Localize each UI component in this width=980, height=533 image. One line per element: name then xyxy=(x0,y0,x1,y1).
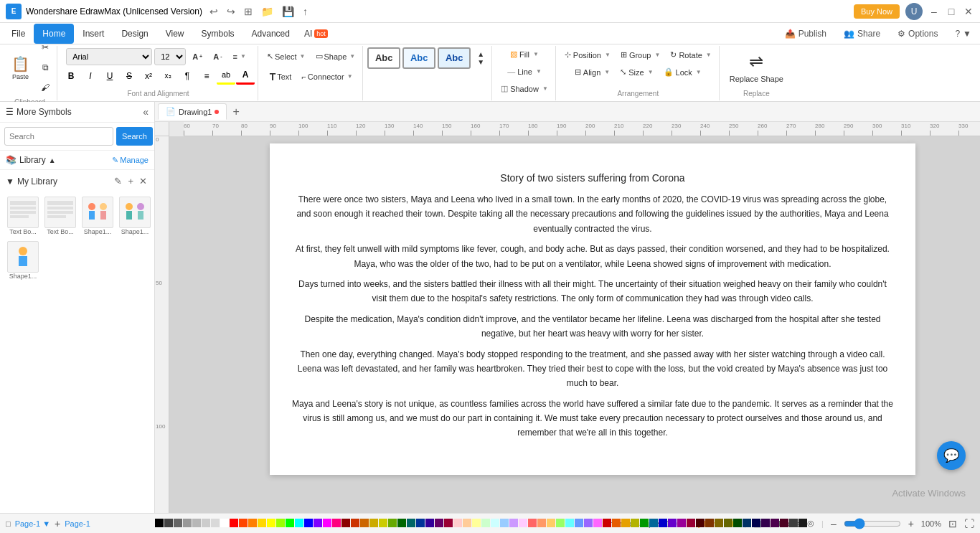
cut-button[interactable]: ✂ xyxy=(37,38,54,57)
color-cell[interactable] xyxy=(593,519,602,527)
fit-page-button[interactable]: ⊡ xyxy=(948,518,957,529)
my-library-label[interactable]: ▼ My Library xyxy=(6,176,57,187)
color-cell[interactable] xyxy=(659,519,667,527)
canvas-page[interactable]: Story of two sisters suffering from Coro… xyxy=(270,143,915,475)
color-cell[interactable] xyxy=(332,519,341,527)
color-cell[interactable] xyxy=(211,519,220,527)
superscript-button[interactable]: x² xyxy=(139,67,158,85)
options-button[interactable]: ⚙ Options xyxy=(892,26,943,42)
color-cell[interactable] xyxy=(761,519,770,527)
color-cell[interactable] xyxy=(640,519,649,527)
close-button[interactable]: ✕ xyxy=(963,6,974,17)
fullscreen-button[interactable]: ⛶ xyxy=(964,518,974,529)
color-cell[interactable] xyxy=(435,519,443,527)
text-button[interactable]: T Text xyxy=(265,67,296,86)
minimize-button[interactable]: – xyxy=(928,6,940,17)
color-cell[interactable] xyxy=(267,519,275,527)
color-cell[interactable] xyxy=(705,519,714,527)
menu-insert[interactable]: Insert xyxy=(74,24,113,44)
color-cell[interactable] xyxy=(407,519,415,527)
library-close-button[interactable]: ✕ xyxy=(138,174,149,188)
color-cell[interactable] xyxy=(314,519,322,527)
font-family-select[interactable]: Arial xyxy=(66,48,152,65)
font-align-button[interactable]: ≡ ▼ xyxy=(229,47,250,66)
size-button[interactable]: ⤡ Size ▼ xyxy=(616,65,657,80)
menu-symbols[interactable]: Symbols xyxy=(193,24,243,44)
list-item[interactable]: Shape1... xyxy=(6,240,40,281)
color-cell[interactable] xyxy=(584,519,593,527)
color-cell[interactable] xyxy=(565,519,574,527)
manage-button[interactable]: ✎ Manage xyxy=(112,156,149,165)
user-avatar[interactable]: U xyxy=(905,3,923,20)
color-cell[interactable] xyxy=(752,519,760,527)
library-label[interactable]: 📚 Library ▲ xyxy=(6,155,56,165)
color-cell[interactable] xyxy=(547,519,555,527)
color-cell[interactable] xyxy=(295,519,303,527)
color-cell[interactable] xyxy=(537,519,546,527)
copy-button[interactable]: ⧉ xyxy=(37,58,54,77)
connector-button[interactable]: ⌐ Connector ▼ xyxy=(297,67,357,86)
color-cell[interactable] xyxy=(509,519,518,527)
color-cell[interactable] xyxy=(230,519,238,527)
publish-button[interactable]: 📤 Publish xyxy=(779,26,832,42)
bold-button[interactable]: B xyxy=(62,67,80,85)
list-item[interactable]: Text Bo... xyxy=(6,195,40,237)
color-cell[interactable] xyxy=(174,519,182,527)
library-add-button[interactable]: + xyxy=(126,174,135,188)
add-page-button[interactable]: + xyxy=(55,518,60,529)
font-size-select[interactable]: 12 xyxy=(154,48,186,65)
buy-now-button[interactable]: Buy Now xyxy=(854,4,900,19)
group-button[interactable]: ⊞ Group ▼ xyxy=(616,47,665,63)
color-cell[interactable] xyxy=(397,519,406,527)
color-cell[interactable] xyxy=(379,519,387,527)
color-cell[interactable] xyxy=(155,519,164,527)
color-cell[interactable] xyxy=(220,519,229,527)
export-button[interactable]: ↑ xyxy=(300,4,311,19)
color-cell[interactable] xyxy=(258,519,266,527)
text-bg-button[interactable]: ab xyxy=(217,67,235,85)
style1-button[interactable]: Abc xyxy=(367,47,400,69)
color-cell[interactable] xyxy=(612,519,621,527)
color-cell[interactable] xyxy=(472,519,481,527)
color-cell[interactable] xyxy=(304,519,313,527)
color-cell[interactable] xyxy=(528,519,537,527)
maximize-button[interactable]: □ xyxy=(946,6,957,17)
color-cell[interactable] xyxy=(789,519,798,527)
color-cell[interactable] xyxy=(425,519,434,527)
list-item[interactable]: Shape1... xyxy=(118,195,152,237)
add-tab-button[interactable]: + xyxy=(228,104,243,120)
list-button[interactable]: ≡ xyxy=(197,67,216,85)
color-cell[interactable] xyxy=(500,519,509,527)
redo-button[interactable]: ↪ xyxy=(224,4,238,19)
color-cell[interactable] xyxy=(631,519,639,527)
color-cell[interactable] xyxy=(369,519,378,527)
color-cell[interactable] xyxy=(733,519,742,527)
underline-button[interactable]: U xyxy=(100,67,119,85)
color-cell[interactable] xyxy=(491,519,499,527)
zoom-out-button[interactable]: – xyxy=(831,518,837,529)
color-cell[interactable] xyxy=(360,519,369,527)
color-cell[interactable] xyxy=(388,519,397,527)
subscript-button[interactable]: x₂ xyxy=(159,67,177,85)
list-item[interactable]: Text Bo... xyxy=(43,195,77,237)
color-cell[interactable] xyxy=(677,519,686,527)
color-cell[interactable] xyxy=(463,519,471,527)
zoom-in-button[interactable]: + xyxy=(908,518,914,529)
lock-button[interactable]: 🔒 Lock ▼ xyxy=(659,65,706,80)
paste-button[interactable]: 📋 Paste xyxy=(6,58,35,77)
color-cell[interactable] xyxy=(286,519,294,527)
color-cell[interactable] xyxy=(556,519,565,527)
shadow-button[interactable]: ◫ Shadow ▼ xyxy=(496,81,552,97)
color-cell[interactable] xyxy=(351,519,359,527)
color-cell[interactable] xyxy=(687,519,695,527)
color-cell[interactable] xyxy=(416,519,425,527)
format-painter-button[interactable]: 🖌 xyxy=(37,78,54,97)
style2-button[interactable]: Abc xyxy=(402,47,435,69)
list-item[interactable]: Shape1... xyxy=(80,195,115,237)
color-cell[interactable] xyxy=(164,519,173,527)
color-cell[interactable] xyxy=(696,519,705,527)
color-cell[interactable] xyxy=(481,519,490,527)
zoom-slider[interactable] xyxy=(844,518,901,529)
new-button[interactable]: ⊞ xyxy=(241,4,255,19)
panel-collapse-button[interactable]: « xyxy=(143,106,149,118)
